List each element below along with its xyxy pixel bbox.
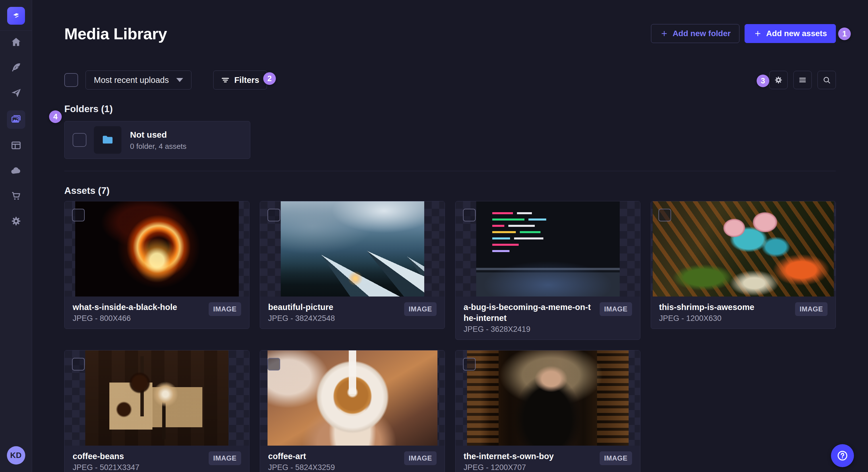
sidebar-item-releases[interactable] <box>7 85 25 101</box>
asset-card[interactable]: a-bug-is-becoming-a-meme-on-the-internet… <box>455 201 640 340</box>
asset-meta: JPEG - 800X466 <box>73 314 205 323</box>
list-icon <box>798 75 807 85</box>
annotation-mark-3: 3 <box>756 74 769 87</box>
asset-thumbnail <box>260 350 445 446</box>
gear-icon <box>774 75 783 85</box>
sidebar-item-cloud[interactable] <box>7 163 25 179</box>
asset-meta: JPEG - 3628X2419 <box>464 325 596 334</box>
sidebar-nav <box>7 35 25 230</box>
sort-select-value: Most recent uploads <box>94 75 169 85</box>
asset-info: beautiful-picture JPEG - 3824X2548 IMAGE <box>260 297 445 329</box>
asset-card[interactable]: coffee-beans JPEG - 5021X3347 IMAGE <box>64 350 249 472</box>
asset-thumbnail <box>456 201 640 297</box>
asset-checkbox[interactable] <box>463 358 476 370</box>
asset-meta: JPEG - 5824X3259 <box>268 463 400 472</box>
folders-heading: Folders (1) <box>64 103 836 115</box>
annotation-mark-1: 1 <box>838 28 851 40</box>
asset-card[interactable]: what-s-inside-a-black-hole JPEG - 800X46… <box>64 201 249 329</box>
sidebar: KD <box>0 0 32 472</box>
strapi-logo-icon <box>11 11 21 21</box>
asset-checkbox[interactable] <box>268 358 280 370</box>
cog-button[interactable] <box>769 71 787 89</box>
cloud-icon <box>10 165 22 177</box>
annotation-mark-2: 2 <box>263 72 276 85</box>
add-new-folder-label: Add new folder <box>673 29 731 38</box>
sidebar-divider <box>0 30 32 31</box>
folder-name: Not used <box>130 129 187 140</box>
sidebar-item-marketplace[interactable] <box>7 189 25 204</box>
asset-checkbox[interactable] <box>72 358 85 370</box>
asset-thumbnail <box>65 201 249 297</box>
sidebar-item-settings[interactable] <box>7 214 25 230</box>
filters-label: Filters <box>234 75 259 85</box>
annotation-mark-4: 4 <box>49 110 62 123</box>
mountain-image <box>281 201 424 297</box>
asset-title: the-internet-s-own-boy <box>464 451 596 462</box>
sort-select[interactable]: Most recent uploads <box>86 71 191 90</box>
help-button[interactable] <box>831 444 854 467</box>
asset-card[interactable]: beautiful-picture JPEG - 3824X2548 IMAGE <box>260 201 445 329</box>
assets-heading: Assets (7) <box>64 185 836 196</box>
asset-title: beautiful-picture <box>268 302 400 312</box>
asset-title: this-shrimp-is-awesome <box>659 302 791 312</box>
folder-tile <box>94 126 121 154</box>
list-view-button[interactable] <box>794 71 812 89</box>
help-icon <box>836 450 848 462</box>
asset-thumbnail <box>651 201 836 297</box>
asset-info: the-internet-s-own-boy JPEG - 1200X707 I… <box>456 446 640 472</box>
select-all-checkbox[interactable] <box>64 73 78 87</box>
filters-button[interactable]: Filters <box>213 71 267 90</box>
asset-thumbnail <box>456 350 640 446</box>
asset-type-badge: IMAGE <box>404 451 437 465</box>
search-button[interactable] <box>817 71 836 89</box>
asset-type-badge: IMAGE <box>209 451 241 465</box>
coffee-beans-image <box>85 350 228 446</box>
asset-title: coffee-beans <box>73 451 205 462</box>
sidebar-item-home[interactable] <box>7 35 25 51</box>
asset-grid: what-s-inside-a-black-hole JPEG - 800X46… <box>64 201 836 472</box>
sidebar-item-media-library[interactable] <box>7 110 25 129</box>
asset-card[interactable]: the-internet-s-own-boy JPEG - 1200X707 I… <box>455 350 640 472</box>
add-new-assets-button[interactable]: Add new assets <box>745 24 836 43</box>
asset-thumbnail <box>65 350 249 446</box>
asset-info: a-bug-is-becoming-a-meme-on-the-internet… <box>456 297 640 339</box>
asset-info: this-shrimp-is-awesome JPEG - 1200X630 I… <box>651 297 836 329</box>
page-title: Media Library <box>64 24 167 43</box>
asset-checkbox[interactable] <box>72 209 85 222</box>
page-header: Media Library Add new folder Add new ass… <box>64 0 836 43</box>
asset-card[interactable]: coffee-art JPEG - 5824X3259 IMAGE <box>260 350 445 472</box>
asset-title: coffee-art <box>268 451 400 462</box>
asset-meta: JPEG - 3824X2548 <box>268 314 400 323</box>
avatar[interactable]: KD <box>7 446 25 465</box>
asset-card[interactable]: this-shrimp-is-awesome JPEG - 1200X630 I… <box>651 201 836 329</box>
shrimp-image <box>653 201 834 297</box>
section-divider <box>64 171 836 171</box>
asset-type-badge: IMAGE <box>795 302 828 316</box>
sidebar-item-content-manager[interactable] <box>7 60 25 76</box>
feather-icon <box>10 62 22 74</box>
plus-icon <box>753 29 762 38</box>
add-new-folder-button[interactable]: Add new folder <box>651 24 739 43</box>
asset-info: coffee-beans JPEG - 5021X3347 IMAGE <box>65 446 249 472</box>
main-content: Media Library Add new folder Add new ass… <box>32 0 868 472</box>
cart-icon <box>10 190 22 203</box>
view-controls <box>769 71 836 89</box>
header-actions: Add new folder Add new assets <box>651 24 836 43</box>
folder-card[interactable]: Not used 0 folder, 4 assets <box>64 121 250 159</box>
asset-checkbox[interactable] <box>658 209 671 222</box>
coffee-art-image <box>268 350 437 446</box>
asset-meta: JPEG - 1200X630 <box>659 314 791 323</box>
asset-checkbox[interactable] <box>268 209 280 222</box>
library-boy-image <box>467 350 629 446</box>
asset-type-badge: IMAGE <box>600 302 632 316</box>
asset-checkbox[interactable] <box>463 209 476 222</box>
folder-icon <box>101 133 115 147</box>
asset-title: what-s-inside-a-black-hole <box>73 302 205 312</box>
asset-type-badge: IMAGE <box>600 451 632 465</box>
paper-plane-icon <box>10 87 22 100</box>
sidebar-item-content-type-builder[interactable] <box>7 138 25 154</box>
asset-meta: JPEG - 1200X707 <box>464 463 596 472</box>
strapi-logo[interactable] <box>7 7 25 25</box>
layout-icon <box>10 140 22 152</box>
folder-checkbox[interactable] <box>73 133 86 147</box>
